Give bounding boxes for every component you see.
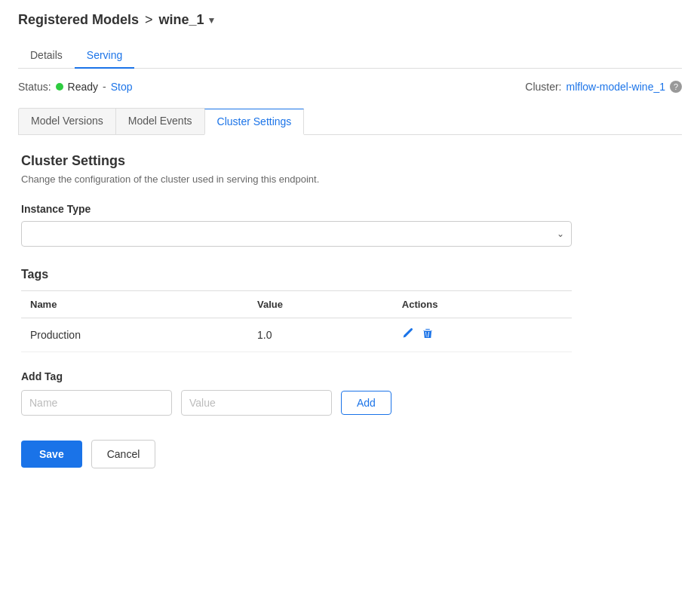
table-row: Production 1.0 xyxy=(21,318,572,352)
help-icon[interactable]: ? xyxy=(670,81,682,93)
status-ready-text: Ready xyxy=(68,81,98,93)
breadcrumb-current: wine_1 ▼ xyxy=(159,12,216,28)
breadcrumb-parent[interactable]: Registered Models xyxy=(18,12,139,28)
content-section: Cluster Settings Change the configuratio… xyxy=(18,153,682,468)
add-tag-title: Add Tag xyxy=(21,370,679,382)
status-label: Status: xyxy=(18,81,51,93)
instance-type-select[interactable] xyxy=(21,221,572,247)
tab-serving[interactable]: Serving xyxy=(75,43,134,69)
add-tag-button[interactable]: Add xyxy=(341,391,391,415)
add-tag-name-input[interactable] xyxy=(21,390,172,416)
tags-title: Tags xyxy=(21,268,679,281)
tags-col-value: Value xyxy=(248,291,393,318)
tab-details[interactable]: Details xyxy=(18,43,75,69)
chevron-down-icon[interactable]: ▼ xyxy=(207,15,216,26)
tag-actions-cell xyxy=(393,318,572,352)
status-bar: Status: Ready - Stop Cluster: mlflow-mod… xyxy=(18,81,682,93)
inner-tabs: Model Versions Model Events Cluster Sett… xyxy=(18,108,682,135)
edit-icon[interactable] xyxy=(402,327,414,342)
section-title: Cluster Settings xyxy=(21,153,679,169)
tag-value-cell: 1.0 xyxy=(248,318,393,352)
breadcrumb: Registered Models > wine_1 ▼ xyxy=(18,12,682,28)
stop-link[interactable]: Stop xyxy=(111,81,133,93)
instance-type-label: Instance Type xyxy=(21,203,679,215)
delete-icon[interactable] xyxy=(422,327,434,342)
cancel-button[interactable]: Cancel xyxy=(91,440,156,468)
tab-model-versions[interactable]: Model Versions xyxy=(18,108,116,134)
add-tag-value-input[interactable] xyxy=(181,390,332,416)
action-icons xyxy=(402,327,563,342)
save-button[interactable]: Save xyxy=(21,441,82,468)
status-indicator xyxy=(56,83,63,91)
tags-col-name: Name xyxy=(21,291,248,318)
tag-name-cell: Production xyxy=(21,318,248,352)
instance-type-select-wrapper: ⌄ xyxy=(21,221,572,247)
footer-actions: Save Cancel xyxy=(21,440,679,468)
breadcrumb-current-label: wine_1 xyxy=(159,12,204,28)
tab-model-events[interactable]: Model Events xyxy=(115,108,205,134)
cluster-name-link[interactable]: mlflow-model-wine_1 xyxy=(566,81,666,93)
tags-col-actions: Actions xyxy=(393,291,572,318)
tab-cluster-settings[interactable]: Cluster Settings xyxy=(204,109,305,135)
tags-table: Name Value Actions Production 1.0 xyxy=(21,290,572,352)
status-right: Cluster: mlflow-model-wine_1 ? xyxy=(525,81,682,93)
top-tabs: Details Serving xyxy=(18,43,682,69)
section-description: Change the configuration of the cluster … xyxy=(21,173,679,185)
add-tag-row: Add xyxy=(21,390,679,416)
status-left: Status: Ready - Stop xyxy=(18,81,133,93)
status-divider: - xyxy=(103,81,106,93)
breadcrumb-separator: > xyxy=(145,12,153,28)
cluster-label: Cluster: xyxy=(525,81,561,93)
